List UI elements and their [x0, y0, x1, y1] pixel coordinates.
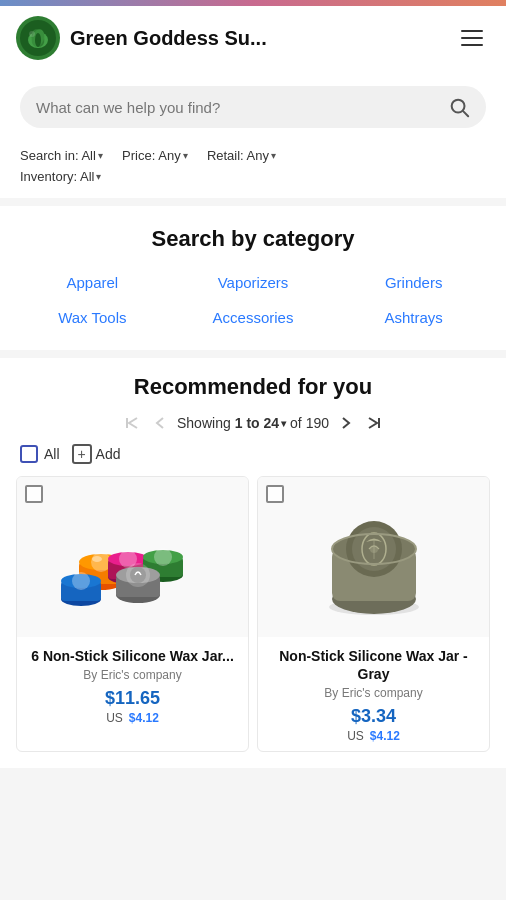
svg-point-26: [154, 548, 172, 566]
all-label: All: [44, 446, 60, 462]
chevron-down-icon: ▾: [281, 418, 286, 429]
product-info-2: Non-Stick Silicone Wax Jar - Gray By Eri…: [258, 637, 489, 751]
category-item-apparel[interactable]: Apparel: [16, 270, 169, 295]
svg-point-14: [92, 556, 102, 562]
search-section: [0, 70, 506, 140]
chevron-down-icon: ▾: [96, 171, 101, 182]
checkbox-box: [20, 445, 38, 463]
svg-point-39: [370, 545, 378, 553]
pagination-row: Showing 1 to 24 ▾ of 190: [16, 414, 490, 432]
category-item-accessories[interactable]: Accessories: [177, 305, 330, 330]
chevron-down-icon: ▾: [183, 150, 188, 161]
chevron-down-icon: ▾: [271, 150, 276, 161]
select-all-checkbox[interactable]: All: [20, 445, 60, 463]
product-vendor-2: By Eric's company: [268, 686, 479, 700]
product-retail-1: US $4.12: [27, 711, 238, 725]
filters-row: Search in: All ▾ Price: Any ▾ Retail: An…: [0, 140, 506, 198]
per-page-dropdown[interactable]: 1 to 24 ▾: [235, 415, 286, 431]
prev-page-button[interactable]: [149, 414, 171, 432]
add-label: Add: [96, 446, 121, 462]
product-checkbox-2[interactable]: [266, 485, 284, 503]
product-name-2: Non-Stick Silicone Wax Jar - Gray: [268, 647, 479, 683]
recommended-title: Recommended for you: [16, 374, 490, 400]
product-info-1: 6 Non-Stick Silicone Wax Jar... By Eric'…: [17, 637, 248, 733]
add-button[interactable]: + Add: [72, 444, 121, 464]
plus-icon: +: [72, 444, 92, 464]
app-title: Green Goddess Su...: [70, 27, 444, 50]
filter-inventory[interactable]: Inventory: All ▾: [20, 169, 101, 184]
product-price-1: $11.65: [27, 688, 238, 709]
product-name-1: 6 Non-Stick Silicone Wax Jar...: [27, 647, 238, 665]
header: Green Goddess Su...: [0, 6, 506, 70]
logo: [16, 16, 60, 60]
filter-price[interactable]: Price: Any ▾: [122, 148, 188, 163]
filter-search-in[interactable]: Search in: All ▾: [20, 148, 103, 163]
product-grid: 6 Non-Stick Silicone Wax Jar... By Eric'…: [16, 476, 490, 768]
category-item-ashtrays[interactable]: Ashtrays: [337, 305, 490, 330]
recommended-section: Recommended for you Showing 1 to 24 ▾ of…: [0, 358, 506, 768]
category-item-vaporizers[interactable]: Vaporizers: [177, 270, 330, 295]
category-section-title: Search by category: [16, 226, 490, 252]
product-image-1: [17, 477, 248, 637]
product-card-2[interactable]: Non-Stick Silicone Wax Jar - Gray By Eri…: [257, 476, 490, 752]
logo-icon: [20, 20, 56, 56]
product-toolbar: All + Add: [16, 444, 490, 476]
svg-line-7: [463, 111, 468, 116]
pagination-info: Showing 1 to 24 ▾ of 190: [177, 415, 329, 431]
search-bar: [20, 86, 486, 128]
product-vendor-1: By Eric's company: [27, 668, 238, 682]
search-input[interactable]: [36, 99, 440, 116]
search-button[interactable]: [448, 96, 470, 118]
product-price-2: $3.34: [268, 706, 479, 727]
filter-retail[interactable]: Retail: Any ▾: [207, 148, 276, 163]
chevron-down-icon: ▾: [98, 150, 103, 161]
first-page-button[interactable]: [121, 414, 143, 432]
svg-point-5: [29, 31, 35, 37]
category-grid: Apparel Vaporizers Grinders Wax Tools Ac…: [16, 270, 490, 340]
product-image-2: [258, 477, 489, 637]
svg-point-4: [35, 33, 41, 47]
product-checkbox-1[interactable]: [25, 485, 43, 503]
product-retail-2: US $4.12: [268, 729, 479, 743]
category-item-wax-tools[interactable]: Wax Tools: [16, 305, 169, 330]
next-page-button[interactable]: [335, 414, 357, 432]
category-section: Search by category Apparel Vaporizers Gr…: [0, 206, 506, 350]
svg-point-18: [72, 572, 90, 590]
category-item-grinders[interactable]: Grinders: [337, 270, 490, 295]
menu-button[interactable]: [454, 20, 490, 56]
svg-point-31: [130, 567, 146, 583]
product-card-1[interactable]: 6 Non-Stick Silicone Wax Jar... By Eric'…: [16, 476, 249, 752]
last-page-button[interactable]: [363, 414, 385, 432]
